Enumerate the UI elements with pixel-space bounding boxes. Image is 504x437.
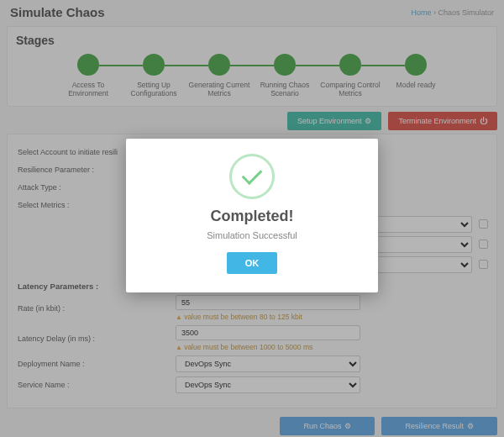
modal-message: Simulation Successful bbox=[139, 230, 365, 240]
modal-title: Completed! bbox=[139, 208, 365, 225]
success-check-icon bbox=[229, 154, 275, 199]
completed-modal: Completed! Simulation Successful OK bbox=[126, 139, 378, 292]
modal-ok-button[interactable]: OK bbox=[227, 252, 278, 274]
